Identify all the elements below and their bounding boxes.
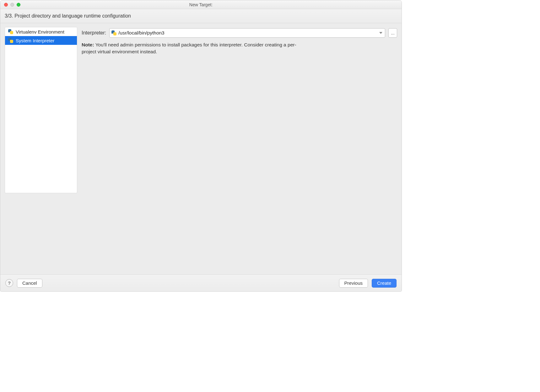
close-window-icon[interactable]: [4, 3, 8, 7]
main-panel: Interpreter: /usr/local/bin/python3 ... …: [77, 23, 402, 274]
window-controls: [4, 3, 20, 7]
step-subtitle: 3/3. Project directory and language runt…: [0, 9, 402, 23]
minimize-window-icon[interactable]: [10, 3, 14, 7]
interpreter-combobox[interactable]: /usr/local/bin/python3: [109, 28, 385, 38]
zoom-window-icon[interactable]: [17, 3, 20, 7]
python-icon: [8, 29, 13, 34]
sidebar-item-virtualenv[interactable]: Virtualenv Environment: [5, 27, 77, 36]
titlebar: New Target:: [0, 0, 402, 9]
dialog-body: Virtualenv Environment System Interprete…: [0, 23, 402, 274]
sidebar-item-system-interpreter[interactable]: System Interpreter: [5, 36, 77, 45]
interpreter-label: Interpreter:: [82, 30, 106, 36]
create-button[interactable]: Create: [372, 279, 397, 288]
browse-button[interactable]: ...: [388, 28, 397, 38]
cancel-button[interactable]: Cancel: [17, 279, 42, 288]
help-icon: ?: [8, 280, 11, 286]
create-button-label: Create: [377, 280, 391, 286]
help-button[interactable]: ?: [5, 279, 13, 287]
window-title: New Target:: [189, 2, 213, 7]
python-icon: [111, 30, 116, 35]
cancel-button-label: Cancel: [22, 280, 37, 286]
chevron-down-icon: [379, 32, 382, 34]
note-prefix: Note:: [82, 42, 94, 47]
previous-button-label: Previous: [344, 280, 363, 286]
sidebar-item-label: System Interpreter: [16, 38, 54, 43]
note-text: You'll need admin permissions to install…: [82, 42, 296, 54]
sidebar-item-label: Virtualenv Environment: [16, 29, 64, 34]
dialog-footer: ? Cancel Previous Create: [0, 274, 402, 291]
python-icon: [8, 38, 13, 43]
interpreter-value: /usr/local/bin/python3: [118, 30, 164, 36]
previous-button[interactable]: Previous: [339, 279, 368, 288]
interpreter-note: Note: You'll need admin permissions to i…: [82, 41, 311, 56]
interpreter-type-sidebar: Virtualenv Environment System Interprete…: [5, 27, 77, 193]
interpreter-field-row: Interpreter: /usr/local/bin/python3 ...: [82, 28, 397, 38]
dialog-window: New Target: 3/3. Project directory and l…: [0, 0, 402, 292]
browse-button-label: ...: [391, 30, 395, 35]
